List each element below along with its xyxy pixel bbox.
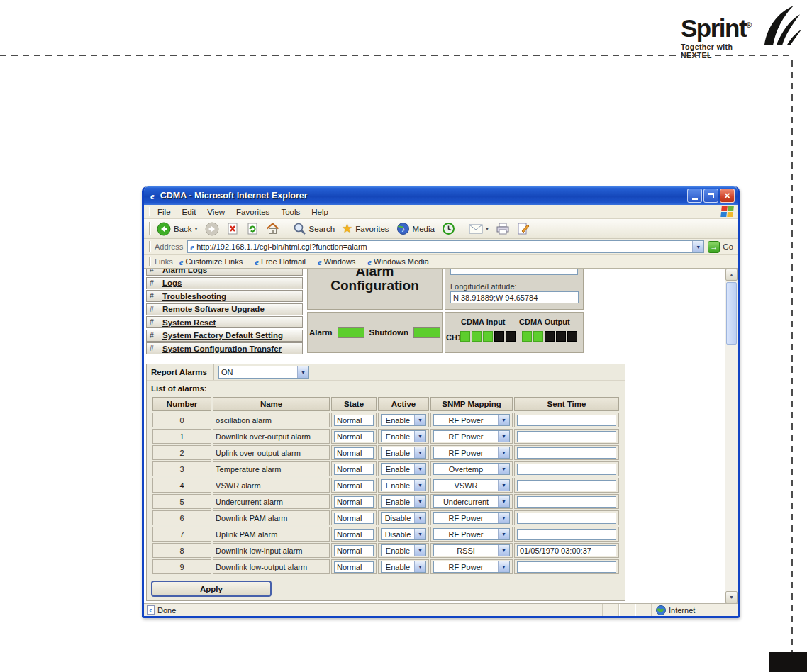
restore-button[interactable] — [703, 189, 718, 203]
combo-arrow-icon[interactable]: ▼ — [498, 480, 509, 491]
combo-arrow-icon[interactable]: ▼ — [414, 529, 425, 539]
snmp-mapping-select[interactable]: RF Power ▼ — [433, 512, 510, 524]
combo-arrow-icon[interactable]: ▼ — [414, 431, 425, 442]
combo-arrow-icon[interactable]: ▼ — [498, 431, 509, 442]
scroll-thumb[interactable] — [726, 282, 737, 345]
mail-button[interactable]: ▾ — [465, 222, 492, 236]
close-button[interactable]: × — [720, 189, 735, 203]
active-select[interactable]: Enable ▼ — [381, 414, 426, 426]
forward-button[interactable] — [201, 220, 223, 237]
state-input[interactable] — [334, 431, 374, 442]
combo-arrow-icon[interactable]: ▼ — [498, 529, 509, 539]
sent-time-input[interactable] — [517, 431, 616, 442]
stop-button[interactable] — [223, 220, 243, 237]
combo-arrow-icon[interactable]: ▼ — [414, 496, 425, 507]
sent-time-input[interactable] — [517, 480, 616, 491]
sent-time-input[interactable] — [517, 561, 616, 573]
snmp-mapping-select[interactable]: RF Power ▼ — [433, 561, 510, 573]
address-dropdown-button[interactable]: ▼ — [692, 241, 703, 252]
combo-arrow-icon[interactable]: ▼ — [498, 415, 509, 425]
print-button[interactable] — [492, 221, 513, 237]
sent-time-input[interactable] — [517, 496, 616, 508]
scroll-down-button[interactable]: ▼ — [725, 591, 738, 603]
favorites-button[interactable]: ★ Favorites — [338, 221, 393, 236]
state-input[interactable] — [334, 561, 374, 573]
home-button[interactable] — [262, 220, 283, 237]
combo-arrow-icon[interactable]: ▼ — [498, 561, 509, 572]
active-select[interactable]: Enable ▼ — [381, 495, 426, 508]
state-input[interactable] — [334, 415, 374, 426]
back-dropdown-icon[interactable]: ▾ — [195, 225, 198, 232]
combo-arrow-icon[interactable]: ▼ — [414, 415, 425, 425]
snmp-mapping-select[interactable]: RF Power ▼ — [433, 414, 510, 426]
address-input[interactable] — [196, 242, 692, 251]
menu-item[interactable]: Help — [306, 208, 334, 216]
menu-item[interactable]: File — [152, 208, 177, 216]
search-button[interactable]: Search — [289, 220, 338, 237]
combo-arrow-icon[interactable]: ▼ — [414, 561, 425, 572]
vertical-scrollbar[interactable]: ▲ ▼ — [725, 269, 738, 603]
active-select[interactable]: Enable ▼ — [381, 463, 426, 475]
media-button[interactable]: ♪ Media — [393, 220, 438, 237]
sidebar-link[interactable]: # Logs — [146, 277, 303, 289]
refresh-button[interactable] — [243, 220, 262, 237]
state-input[interactable] — [334, 480, 374, 491]
combo-arrow-icon[interactable]: ▼ — [498, 447, 509, 458]
state-input[interactable] — [334, 529, 374, 540]
snmp-mapping-select[interactable]: VSWR ▼ — [433, 479, 510, 491]
address-field[interactable]: e ▼ — [187, 240, 704, 253]
active-select[interactable]: Enable ▼ — [381, 544, 426, 556]
mail-dropdown-icon[interactable]: ▾ — [486, 225, 489, 232]
sidebar-link[interactable]: # Troubleshooting — [146, 290, 303, 302]
menu-item[interactable]: Edit — [177, 208, 202, 216]
links-bar-item[interactable]: e Windows — [316, 257, 355, 267]
combo-arrow-icon[interactable]: ▼ — [498, 496, 509, 507]
sidebar-link[interactable]: # System Reset — [146, 316, 303, 328]
sent-time-input[interactable] — [517, 545, 616, 556]
cutoff-input[interactable] — [450, 269, 578, 275]
state-input[interactable] — [334, 545, 374, 556]
apply-button[interactable]: Apply — [151, 581, 272, 597]
active-select[interactable]: Enable ▼ — [381, 447, 426, 459]
combo-arrow-icon[interactable]: ▼ — [498, 545, 509, 556]
active-select[interactable]: Enable ▼ — [381, 479, 426, 491]
combo-arrow-icon[interactable]: ▼ — [414, 480, 425, 491]
snmp-mapping-select[interactable]: RF Power ▼ — [433, 447, 510, 459]
links-bar-item[interactable]: e Free Hotmail — [252, 257, 306, 267]
combo-arrow-icon[interactable]: ▼ — [414, 545, 425, 556]
sidebar-link[interactable]: # Alarm Logs — [146, 269, 303, 276]
combo-arrow-icon[interactable]: ▼ — [498, 464, 509, 474]
sent-time-input[interactable] — [517, 464, 616, 475]
snmp-mapping-select[interactable]: RSSI ▼ — [433, 544, 510, 556]
state-input[interactable] — [334, 447, 374, 459]
combo-arrow-icon[interactable]: ▼ — [414, 447, 425, 458]
menu-item[interactable]: View — [201, 208, 230, 216]
combo-arrow-icon[interactable]: ▼ — [297, 366, 308, 378]
sent-time-input[interactable] — [517, 415, 616, 426]
sidebar-link[interactable]: # System Factory Default Setting — [146, 330, 303, 342]
active-select[interactable]: Disable ▼ — [381, 528, 426, 540]
sidebar-link[interactable]: # Remote Software Upgrade — [146, 303, 303, 315]
sent-time-input[interactable] — [517, 447, 616, 459]
menu-item[interactable]: Tools — [275, 208, 306, 216]
menu-item[interactable]: Favorites — [230, 208, 275, 216]
scroll-up-button[interactable]: ▲ — [725, 269, 738, 281]
combo-arrow-icon[interactable]: ▼ — [414, 464, 425, 474]
location-input[interactable] — [450, 291, 579, 303]
go-button[interactable]: → Go — [708, 241, 733, 253]
sent-time-input[interactable] — [517, 513, 616, 524]
snmp-mapping-select[interactable]: RF Power ▼ — [433, 528, 510, 540]
sent-time-input[interactable] — [517, 529, 616, 540]
state-input[interactable] — [334, 513, 374, 524]
state-input[interactable] — [334, 464, 374, 475]
combo-arrow-icon[interactable]: ▼ — [414, 513, 425, 523]
snmp-mapping-select[interactable]: Undercurrent ▼ — [433, 495, 510, 508]
links-bar-item[interactable]: e Customize Links — [177, 257, 243, 267]
sidebar-link[interactable]: # System Configuration Transfer — [146, 342, 303, 354]
report-alarms-select[interactable]: ON ▼ — [218, 366, 309, 379]
active-select[interactable]: Disable ▼ — [381, 512, 426, 524]
history-button[interactable] — [438, 220, 459, 237]
active-select[interactable]: Enable ▼ — [381, 561, 426, 573]
links-bar-item[interactable]: e Windows Media — [365, 257, 428, 267]
back-button[interactable]: Back ▾ — [153, 220, 201, 237]
